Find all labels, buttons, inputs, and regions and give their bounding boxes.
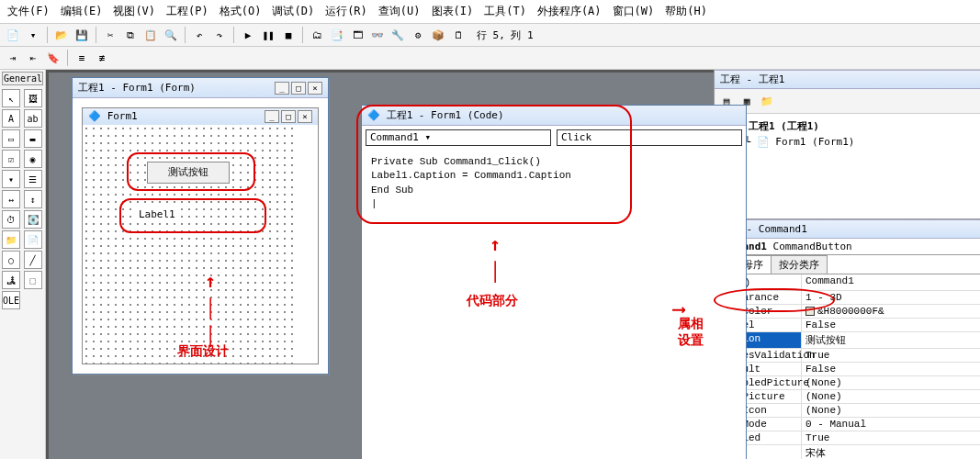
line-tool[interactable]: ╱ (24, 251, 42, 269)
copy-button[interactable]: ⧉ (121, 26, 140, 44)
object-dropdown[interactable]: Command1 ▾ (366, 129, 551, 146)
menu-item[interactable]: 运行(R) (321, 2, 371, 21)
optionbutton-tool[interactable]: ◉ (24, 150, 42, 168)
label-tool[interactable]: A (2, 109, 20, 128)
image-tool[interactable]: 🏞 (2, 271, 20, 289)
properties-object-selector[interactable]: Command1 CommandButton (715, 239, 980, 255)
menu-editor-button[interactable]: 🗒 (449, 26, 467, 44)
label1-control[interactable]: Label1 (136, 207, 178, 221)
combobox-tool[interactable]: ▾ (2, 170, 20, 188)
redo-button[interactable]: ↷ (210, 26, 229, 44)
save-button[interactable]: 💾 (73, 26, 91, 44)
uncomment-button[interactable]: ≢ (93, 49, 111, 67)
menu-item[interactable]: 图表(I) (428, 2, 478, 21)
props-callout: 属相设置 (678, 316, 714, 349)
property-row[interactable]: (名称)Command1 (715, 274, 980, 291)
pointer-tool[interactable]: ↖ (2, 89, 20, 107)
run-button[interactable]: ▶ (239, 26, 257, 44)
property-row[interactable]: Appearance1 - 3D (715, 291, 980, 305)
minimize-button[interactable]: _ (275, 82, 289, 95)
property-row[interactable]: Caption测试按钮 (715, 332, 980, 349)
listbox-tool[interactable]: ☰ (24, 170, 42, 188)
property-row[interactable]: DownPicture(None) (715, 390, 980, 404)
properties-button[interactable]: 📑 (328, 26, 346, 44)
property-row[interactable]: Font宋体 (715, 445, 980, 459)
code-callout: 代码部分 (467, 293, 518, 309)
form-design-surface[interactable]: 测试按钮 Label1 (83, 125, 294, 364)
form-layout-button[interactable]: 🗔 (348, 26, 366, 44)
stop-button[interactable]: ■ (279, 26, 298, 44)
maximize-button[interactable]: □ (291, 82, 306, 95)
pause-button[interactable]: ❚❚ (259, 26, 277, 44)
property-row[interactable]: DisabledPicture(None) (715, 376, 980, 390)
property-row[interactable]: DefaultFalse (715, 363, 980, 376)
toolbox-button[interactable]: 🔧 (389, 26, 407, 44)
inner-max-button[interactable]: □ (281, 110, 296, 123)
commandbutton-tool[interactable]: ▬ (24, 129, 42, 148)
inner-close-button[interactable]: × (298, 110, 312, 123)
checkbox-tool[interactable]: ☑ (2, 150, 20, 168)
menu-item[interactable]: 编辑(E) (57, 2, 107, 21)
component-button[interactable]: 📦 (429, 26, 447, 44)
menu-item[interactable]: 调试(D) (268, 2, 318, 21)
form-designer-window[interactable]: 工程1 - Form1 (Form) _ □ × 🔷 Form1 _ □ × (72, 77, 329, 375)
object-browser-button[interactable]: 👓 (368, 26, 387, 44)
filelistbox-tool[interactable]: 📄 (24, 230, 42, 249)
cut-button[interactable]: ✂ (101, 26, 119, 44)
toggle-folders-button[interactable]: 📁 (758, 92, 776, 110)
data-view-button[interactable]: ⚙ (409, 26, 427, 44)
inner-min-button[interactable]: _ (265, 110, 279, 123)
menu-item[interactable]: 窗口(W) (609, 2, 659, 21)
paste-button[interactable]: 📋 (141, 26, 160, 44)
menu-item[interactable]: 文件(F) (4, 2, 53, 21)
close-button[interactable]: × (308, 82, 322, 95)
command1-button[interactable]: 测试按钮 (147, 162, 230, 184)
drivelistbox-tool[interactable]: 💽 (24, 210, 42, 229)
dirlistbox-tool[interactable]: 📁 (2, 230, 20, 249)
bookmark-button[interactable]: 🔖 (44, 49, 62, 67)
project-explorer-button[interactable]: 🗂 (308, 26, 326, 44)
property-row[interactable]: CausesValidationTrue (715, 349, 980, 363)
menu-item[interactable]: 工具(T) (480, 2, 530, 21)
properties-grid[interactable]: (名称)Command1Appearance1 - 3DBackColor&H8… (715, 274, 980, 459)
ole-tool[interactable]: OLE (2, 291, 20, 309)
menu-item[interactable]: 外接程序(A) (534, 2, 605, 21)
indent-button[interactable]: ⇥ (4, 49, 22, 67)
find-button[interactable]: 🔍 (162, 26, 180, 44)
new-project-button[interactable]: 📄 (4, 26, 22, 44)
property-row[interactable]: EnabledTrue (715, 431, 980, 445)
picturebox-tool[interactable]: 🖼 (24, 89, 42, 107)
mdi-client-area: 工程1 - Form1 (Form) _ □ × 🔷 Form1 _ □ × (46, 70, 714, 459)
timer-tool[interactable]: ⏱ (2, 210, 20, 229)
open-button[interactable]: 📂 (52, 26, 71, 44)
design-callout: 界面设计 (177, 343, 229, 360)
menu-item[interactable]: 帮助(H) (661, 2, 711, 21)
standard-toolbar: 📄 ▾ 📂 💾 ✂ ⧉ 📋 🔍 ↶ ↷ ▶ ❚❚ ■ 🗂 📑 🗔 👓 🔧 ⚙ 📦… (0, 24, 980, 47)
shape-tool[interactable]: ◯ (2, 251, 20, 269)
property-row[interactable]: DragMode0 - Manual (715, 418, 980, 431)
vscrollbar-tool[interactable]: ↕ (24, 190, 42, 208)
outdent-button[interactable]: ⇤ (24, 49, 42, 67)
toolbox-tab-general[interactable]: General (2, 72, 43, 85)
edit-toolbar: ⇥ ⇤ 🔖 ≡ ≢ (0, 47, 980, 70)
menu-item[interactable]: 工程(P) (163, 2, 212, 21)
property-row[interactable]: DragIcon(None) (715, 404, 980, 418)
menu-item[interactable]: 格式(O) (216, 2, 265, 21)
event-dropdown[interactable]: Click (557, 129, 742, 146)
comment-button[interactable]: ≡ (73, 49, 91, 67)
textbox-tool[interactable]: ab (24, 109, 42, 128)
menu-item[interactable]: 视图(V) (109, 2, 159, 21)
data-tool[interactable]: ⬚ (24, 271, 42, 289)
code-editor-window[interactable]: 🔷 工程1 - Form1 (Code) Command1 ▾ Click Pr… (361, 105, 747, 459)
cursor-position: 行 5, 列 1 (477, 28, 534, 42)
add-form-button[interactable]: ▾ (24, 26, 42, 44)
undo-button[interactable]: ↶ (190, 26, 208, 44)
frame-tool[interactable]: ▭ (2, 129, 20, 148)
menu-item[interactable]: 查询(U) (375, 2, 424, 21)
prop-tab-categorized[interactable]: 按分类序 (771, 255, 828, 274)
property-row[interactable]: CancelFalse (715, 319, 980, 332)
code-editor-body[interactable]: Private Sub Command1_Click()Label1.Capti… (362, 150, 746, 218)
hscrollbar-tool[interactable]: ↔ (2, 190, 20, 208)
property-row[interactable]: BackColor&H8000000F& (715, 305, 980, 319)
project-tree[interactable]: ⊟ 🗂 工程1 (工程1) └ 📄 Form1 (Form1) (715, 114, 980, 219)
